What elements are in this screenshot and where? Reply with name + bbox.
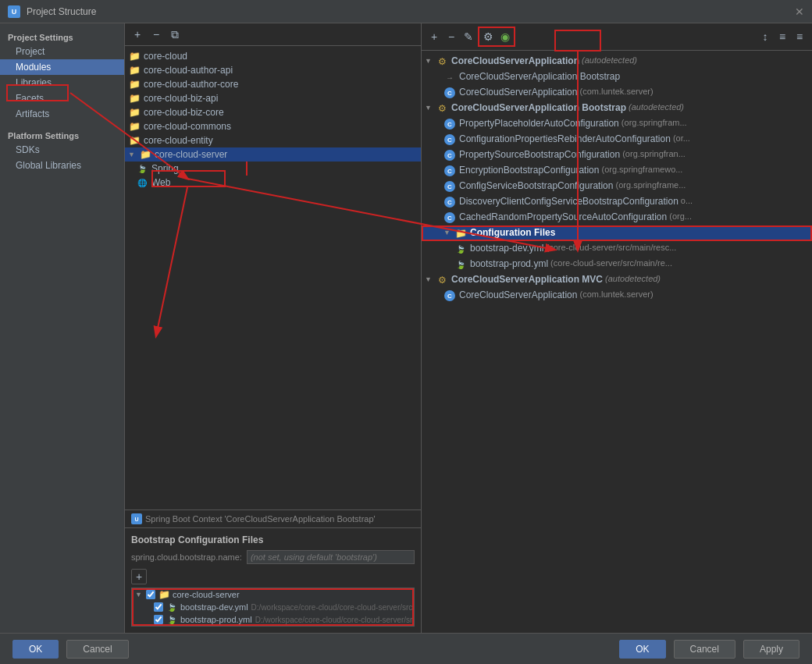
sidebar-item-modules[interactable]: Modules: [0, 59, 124, 75]
dep-bootstrap-item[interactable]: → CoreCloudServerApplication Bootstrap: [422, 69, 812, 85]
circle-c-icon: C: [443, 289, 456, 302]
sidebar-item-sdks[interactable]: SDKs: [0, 142, 124, 158]
title-bar: U Project Structure ✕: [0, 0, 812, 23]
module-tree: 📁 core-cloud 📁 core-cloud-author-api 📁 c…: [125, 46, 421, 510]
right-settings-btn[interactable]: ⚙: [480, 29, 496, 44]
middle-panel: + − ⧉ 📁 core-cloud 📁 core-cloud-author-a…: [125, 23, 422, 633]
sort-btn[interactable]: ↕: [757, 29, 773, 44]
dep-discovery-client[interactable]: C DiscoveryClientConfigServiceBootstrapC…: [422, 194, 812, 210]
bottom-left-ok-btn[interactable]: OK: [12, 640, 59, 659]
dep-encryption-bootstrap[interactable]: C EncryptionBootstrapConfiguration (org.…: [422, 163, 812, 179]
right-edit-btn[interactable]: ✎: [461, 29, 476, 44]
config-property-row: spring.cloud.bootstrap.name:: [131, 550, 415, 564]
dep-configuration-files[interactable]: ▼ 📁 Configuration Files: [422, 225, 812, 241]
yaml-icon: 🍃: [166, 602, 177, 612]
dep-bootstrap-dev-yml[interactable]: 🍃 bootstrap-dev.yml (core-cloud-server/s…: [422, 241, 812, 257]
sidebar-item-artifacts[interactable]: Artifacts: [0, 106, 124, 122]
app-icon: U: [8, 5, 20, 18]
bottom-left-cancel-btn[interactable]: Cancel: [66, 640, 128, 659]
right-toolbar-sort-group: ↕ ≡ ≡: [757, 29, 807, 44]
circle-c-icon: C: [443, 165, 456, 177]
cfg-checkbox-prod[interactable]: [154, 615, 163, 624]
dep-config-props-rebinder[interactable]: C ConfigurationPropertiesRebinderAutoCon…: [422, 132, 812, 147]
bottom-apply-btn[interactable]: Apply: [743, 640, 800, 659]
cfg-checkbox-folder[interactable]: [146, 590, 155, 599]
circle-c-icon: C: [443, 211, 456, 224]
dep-bootstrap-section[interactable]: ▼ ⚙ CoreCloudServerApplication Bootstrap…: [422, 101, 812, 116]
cfg-bootstrap-dev[interactable]: 🍃 bootstrap-dev.yml D:/workspace/core-cl…: [132, 601, 414, 613]
cfg-checkbox-dev[interactable]: [154, 602, 163, 612]
cfg-bootstrap-prod[interactable]: 🍃 bootstrap-prod.yml D:/workspace/core-c…: [132, 613, 414, 626]
middle-toolbar: + − ⧉: [125, 23, 421, 46]
module-core-cloud[interactable]: 📁 core-cloud: [125, 49, 421, 63]
dep-property-placeholder[interactable]: C PropertyPlaceholderAutoConfiguration (…: [422, 116, 812, 132]
module-core-cloud-author-api[interactable]: 📁 core-cloud-author-api: [125, 63, 421, 77]
spring-boot-context-text: Spring Boot Context 'CoreCloudServerAppl…: [145, 514, 376, 524]
module-core-cloud-entity[interactable]: 📁 core-cloud-entity: [125, 133, 421, 147]
dep-config-service-bootstrap[interactable]: C ConfigServiceBootstrapConfiguration (o…: [422, 179, 812, 194]
folder-icon: 📁: [158, 590, 169, 599]
bootstrap-config-section: Bootstrap Configuration Files spring.clo…: [125, 527, 421, 633]
folder-icon: 📁: [128, 135, 141, 146]
circle-c-icon: C: [443, 196, 456, 208]
right-remove-btn[interactable]: −: [443, 29, 459, 44]
dep-cached-random[interactable]: C CachedRandomPropertySourceAutoConfigur…: [422, 210, 812, 225]
spring-icon: 🍃: [136, 163, 148, 174]
filter-btn-1[interactable]: ≡: [775, 29, 790, 44]
folder-icon: 📁: [128, 121, 141, 132]
dep-app-class[interactable]: C CoreCloudServerApplication (com.luntek…: [422, 85, 812, 101]
module-core-cloud-server[interactable]: ▼ 📁 core-cloud-server: [125, 147, 421, 162]
bottom-right-btns: OK Cancel Apply: [619, 640, 800, 659]
module-core-cloud-commons[interactable]: 📁 core-cloud-commons: [125, 119, 421, 133]
module-web[interactable]: 🌐 Web: [125, 176, 421, 190]
bottom-right-ok-btn[interactable]: OK: [619, 640, 665, 659]
middle-copy-btn[interactable]: ⧉: [167, 27, 183, 42]
sidebar: Project Settings Project Modules Librari…: [0, 23, 125, 633]
dep-core-cloud-server-app[interactable]: ▼ ⚙ CoreCloudServerApplication (autodete…: [422, 54, 812, 69]
expand-arrow: ▼: [128, 151, 139, 158]
module-core-cloud-author-core[interactable]: 📁 core-cloud-author-core: [125, 77, 421, 91]
folder-icon: 📁: [128, 51, 141, 62]
sidebar-item-libraries[interactable]: Libraries: [0, 75, 124, 91]
platform-settings-label: Platform Settings: [0, 128, 124, 142]
config-property-label: spring.cloud.bootstrap.name:: [131, 552, 242, 562]
bottom-left-btns: OK Cancel: [12, 640, 129, 659]
cfg-folder-core-cloud-server[interactable]: ▼ 📁 core-cloud-server: [132, 588, 414, 601]
dep-mvc-app-class[interactable]: C CoreCloudServerApplication (com.luntek…: [422, 288, 812, 304]
folder-icon: 📁: [454, 227, 467, 240]
middle-add-btn[interactable]: +: [130, 27, 145, 42]
sidebar-item-project[interactable]: Project: [0, 44, 124, 59]
circle-c-icon: C: [443, 133, 456, 146]
folder-icon: 📁: [128, 79, 141, 90]
module-core-cloud-biz-core[interactable]: 📁 core-cloud-biz-core: [125, 105, 421, 119]
bottom-right-cancel-btn[interactable]: Cancel: [674, 640, 735, 659]
yaml-icon: 🍃: [454, 243, 467, 255]
dep-bootstrap-prod-yml[interactable]: 🍃 bootstrap-prod.yml (core-cloud-server/…: [422, 257, 812, 272]
middle-remove-btn[interactable]: −: [148, 27, 164, 42]
module-core-cloud-biz-api[interactable]: 📁 core-cloud-biz-api: [125, 91, 421, 105]
folder-icon: 📁: [139, 149, 151, 160]
dependency-tree: ▼ ⚙ CoreCloudServerApplication (autodete…: [422, 51, 812, 633]
add-config-btn[interactable]: +: [131, 569, 147, 584]
config-property-input[interactable]: [247, 550, 415, 564]
right-panel: + − ✎ ⚙ ◉ ↕ ≡ ≡ ▼ ⚙ CoreCloudServerAppli…: [422, 23, 812, 633]
right-green-btn[interactable]: ◉: [497, 29, 513, 44]
sidebar-item-global-libraries[interactable]: Global Libraries: [0, 158, 124, 173]
bottom-bar: OK Cancel OK Cancel Apply: [0, 633, 812, 664]
title-text: Project Structure: [27, 6, 96, 17]
web-icon: 🌐: [136, 177, 148, 188]
filter-btn-2[interactable]: ≡: [792, 29, 807, 44]
spring-boot-icon: U: [131, 513, 142, 524]
sidebar-item-facets[interactable]: Facets: [0, 91, 124, 106]
folder-icon: 📁: [128, 93, 141, 104]
circle-c-icon: C: [443, 118, 456, 130]
module-icon: ⚙: [436, 102, 448, 115]
close-btn[interactable]: ✕: [795, 5, 804, 18]
module-icon: ⚙: [436, 274, 448, 286]
right-toolbar: + − ✎ ⚙ ◉ ↕ ≡ ≡: [422, 23, 812, 51]
right-add-btn[interactable]: +: [426, 29, 442, 44]
dep-property-source-bootstrap[interactable]: C PropertySourceBootstrapConfiguration (…: [422, 147, 812, 163]
module-spring[interactable]: 🍃 Spring: [125, 162, 421, 176]
expand-arrow: ▼: [135, 591, 146, 598]
dep-mvc-section[interactable]: ▼ ⚙ CoreCloudServerApplication MVC (auto…: [422, 272, 812, 288]
